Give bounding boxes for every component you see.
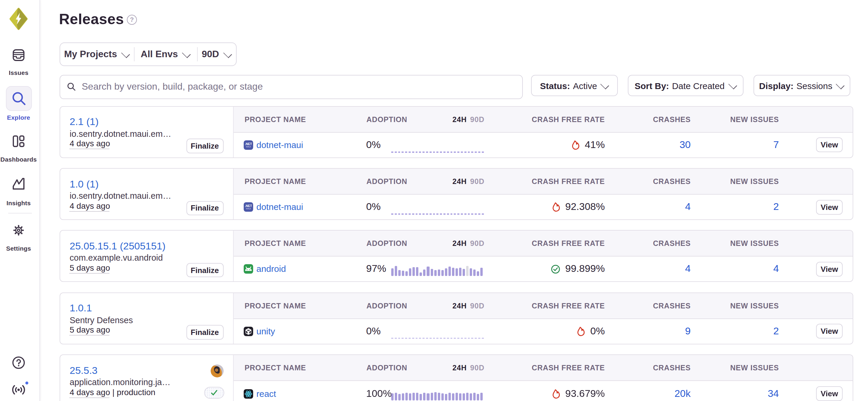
- svg-text:.NET: .NET: [245, 204, 252, 208]
- svg-text:MAUI: MAUI: [246, 146, 251, 148]
- svg-text:.NET: .NET: [245, 142, 252, 146]
- svg-text:MAUI: MAUI: [246, 208, 251, 210]
